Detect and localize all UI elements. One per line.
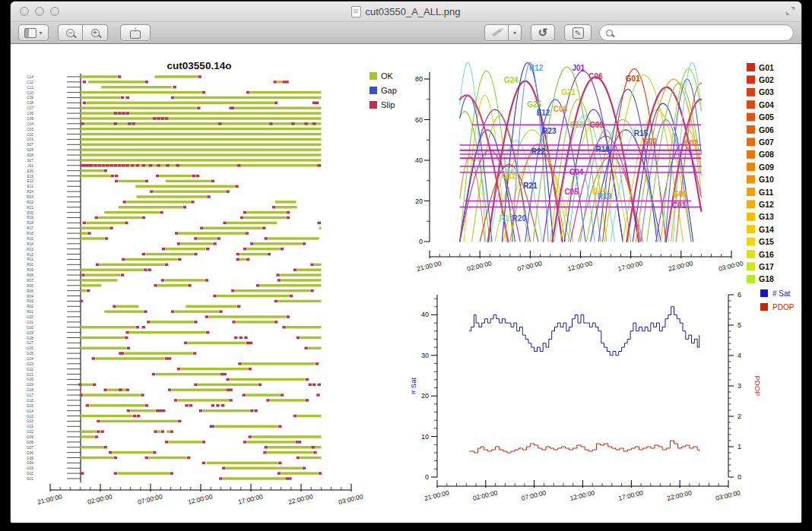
svg-text:Slip: Slip xyxy=(381,100,395,109)
elevation-chart: 020406080R12J01C06G01G24G21G25C08E12C13C… xyxy=(415,63,774,284)
sat-row: G21 xyxy=(27,373,227,377)
svg-text:R17: R17 xyxy=(27,226,33,230)
svg-text:G30: G30 xyxy=(27,326,33,330)
svg-text:22:00:00: 22:00:00 xyxy=(668,259,694,273)
markup-pencil-icon: ✎ xyxy=(573,27,584,39)
svg-text:21:00:00: 21:00:00 xyxy=(36,492,63,506)
svg-text:G15: G15 xyxy=(27,404,33,408)
sat-row: C07 xyxy=(27,106,321,110)
svg-text:G01: G01 xyxy=(27,477,33,481)
svg-text:R02: R02 xyxy=(27,305,33,308)
svg-text:G32: G32 xyxy=(27,315,33,319)
svg-text:PDOP: PDOP xyxy=(772,303,795,311)
svg-text:G17: G17 xyxy=(27,394,33,397)
svg-text:C08: C08 xyxy=(553,105,568,113)
share-button[interactable]: ↑ xyxy=(120,24,151,41)
sat-row: G10 xyxy=(27,430,173,434)
sat-row: G19 xyxy=(27,383,321,387)
sat-row: G14 xyxy=(27,409,258,413)
share-icon: ↑ xyxy=(130,30,141,39)
fullscreen-icon[interactable] xyxy=(786,7,795,15)
svg-text:R12: R12 xyxy=(529,64,544,72)
sat-row: R19 xyxy=(27,216,290,220)
svg-text:G03: G03 xyxy=(759,87,774,96)
svg-text:# Sat: # Sat xyxy=(772,289,791,298)
highlight-caret-button[interactable]: ▾ xyxy=(509,24,522,41)
svg-text:C14: C14 xyxy=(27,75,33,79)
svg-text:17:00:00: 17:00:00 xyxy=(237,492,264,506)
svg-text:Gap: Gap xyxy=(381,86,397,95)
svg-text:S29: S29 xyxy=(27,148,33,152)
sat-row: E20 xyxy=(27,169,106,173)
sidebar-icon xyxy=(24,28,36,38)
zoom-out-button[interactable]: − xyxy=(58,24,83,41)
sat-row: R12 xyxy=(27,253,271,257)
svg-text:G08: G08 xyxy=(27,441,33,444)
svg-text:0: 0 xyxy=(419,238,423,245)
svg-text:E12: E12 xyxy=(27,179,33,183)
svg-text:C12: C12 xyxy=(27,81,33,84)
image-content: cut03550.14oOKGapSlipC14C12C11C10C09C08C… xyxy=(11,44,801,523)
markup-button[interactable]: ✎ xyxy=(564,24,592,41)
svg-text:G12: G12 xyxy=(502,172,516,180)
svg-text:C06: C06 xyxy=(27,112,33,115)
availability-legend: OKGapSlip xyxy=(370,71,397,109)
dop-right-axis: 0123456PDOP xyxy=(728,291,762,481)
svg-text:C04: C04 xyxy=(27,122,33,126)
dop-x-axis: 21:00:0002:00:0007:00:0012:00:0017:00:00… xyxy=(423,480,741,502)
svg-text:G13: G13 xyxy=(759,212,774,221)
sat-row: G07 xyxy=(27,446,321,450)
sat-row: G09 xyxy=(27,435,321,439)
svg-text:G14: G14 xyxy=(759,225,774,234)
sat-row: C05 xyxy=(27,117,321,121)
svg-text:J01: J01 xyxy=(573,64,585,72)
svg-text:20: 20 xyxy=(421,392,429,400)
svg-text:G15: G15 xyxy=(759,237,774,246)
sat-row: C09 xyxy=(27,96,321,100)
svg-text:E19: E19 xyxy=(27,175,33,179)
svg-text:R21: R21 xyxy=(523,182,538,190)
svg-text:R01: R01 xyxy=(27,310,33,314)
svg-text:S27: S27 xyxy=(27,159,33,163)
sat-row: G08 xyxy=(27,441,301,444)
svg-text:G09: G09 xyxy=(673,190,687,198)
svg-text:G02: G02 xyxy=(27,472,33,476)
rotate-left-icon: ↺ xyxy=(538,27,548,38)
svg-text:R11: R11 xyxy=(27,258,34,261)
svg-text:R15: R15 xyxy=(27,237,33,241)
svg-text:C07: C07 xyxy=(27,106,33,110)
sat-row: G02 xyxy=(27,472,322,476)
sat-row: R02 xyxy=(27,305,240,308)
zoom-in-button[interactable]: + xyxy=(83,24,108,41)
titlebar: cut03550_A_ALL.png xyxy=(11,2,801,22)
svg-text:G09: G09 xyxy=(27,435,33,439)
sat-row: G29 xyxy=(27,331,210,335)
svg-text:C09: C09 xyxy=(27,96,33,100)
svg-text:R17: R17 xyxy=(499,214,513,223)
svg-text:G14: G14 xyxy=(27,409,33,413)
svg-text:C10: C10 xyxy=(27,91,33,95)
svg-text:G23: G23 xyxy=(27,362,33,366)
sidebar-button[interactable]: ▾ xyxy=(18,24,49,41)
svg-text:G06: G06 xyxy=(759,125,774,134)
svg-text:C08: C08 xyxy=(27,101,33,105)
svg-text:G01: G01 xyxy=(626,74,640,83)
svg-text:17:00:00: 17:00:00 xyxy=(617,488,644,502)
search-input[interactable] xyxy=(617,27,787,38)
highlight-button[interactable] xyxy=(484,24,509,41)
rotate-button[interactable]: ↺ xyxy=(531,24,555,41)
svg-text:G07: G07 xyxy=(27,446,33,450)
sat-row: S37 xyxy=(27,143,321,147)
svg-text:21:00:00: 21:00:00 xyxy=(416,259,442,273)
svg-text:20: 20 xyxy=(415,198,423,205)
elevation-curves xyxy=(460,63,702,242)
zoom-in-icon: + xyxy=(91,29,100,37)
elevation-y-axis: 020406080 xyxy=(415,72,430,245)
svg-text:G25: G25 xyxy=(27,352,33,356)
toolbar: ▾ − + ↑ ▾ ↺ ✎ xyxy=(11,22,801,44)
svg-text:0: 0 xyxy=(425,473,429,481)
svg-text:40: 40 xyxy=(415,156,423,164)
sat-row: C12 xyxy=(27,81,289,84)
svg-text:OK: OK xyxy=(381,71,394,81)
search-field[interactable] xyxy=(599,24,794,41)
